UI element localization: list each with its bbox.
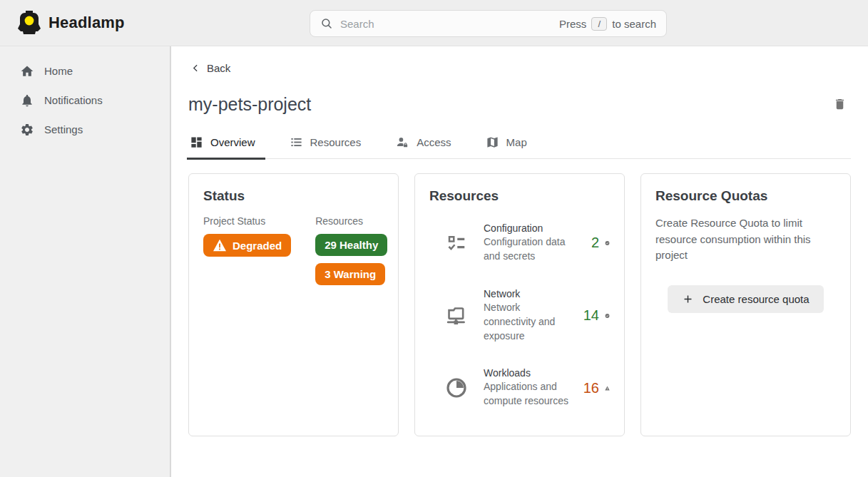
checklist-icon — [445, 232, 468, 254]
page-title: my-pets-project — [188, 94, 311, 115]
resource-description: Applications and compute resources — [484, 380, 571, 409]
check-circle-icon — [605, 235, 610, 251]
search-shortcut-hint: Press / to search — [559, 17, 656, 31]
project-status-column: Project Status Degraded — [203, 215, 291, 292]
resource-name: Workloads — [484, 367, 571, 379]
hint-press: Press — [559, 18, 586, 30]
quotas-card-title: Resource Quotas — [655, 188, 836, 204]
plus-icon — [682, 293, 694, 305]
dashboard-icon — [190, 135, 203, 149]
resource-quotas-card: Resource Quotas Create Resource Quota to… — [640, 173, 851, 436]
sidebar-item-home[interactable]: Home — [0, 56, 170, 86]
tab-resources[interactable]: Resources — [288, 133, 363, 158]
back-button[interactable]: Back — [188, 61, 233, 76]
topbar: Headlamp Press / to search — [0, 0, 868, 46]
tab-access[interactable]: Access — [394, 133, 452, 158]
tab-bar: Overview Resources — [188, 133, 851, 159]
resource-name: Network — [484, 288, 571, 299]
resources-card-title: Resources — [429, 188, 610, 204]
resources-card: Resources Configurati — [414, 173, 625, 436]
slash-key-hint: / — [591, 17, 607, 31]
status-card-title: Status — [203, 188, 384, 204]
sidebar-item-notifications[interactable]: Notifications — [0, 86, 170, 115]
sidebar-item-label: Notifications — [44, 94, 103, 106]
home-icon — [20, 64, 34, 78]
sidebar-item-label: Settings — [44, 123, 83, 135]
badge-text: Degraded — [233, 240, 282, 252]
person-lock-icon — [395, 135, 409, 149]
warning-triangle-icon — [605, 381, 610, 396]
hint-suffix: to search — [612, 18, 656, 30]
tab-label: Map — [506, 136, 527, 148]
status-card: Status Project Status Degraded — [188, 173, 399, 436]
quotas-description: Create Resource Quota to limit resource … — [655, 215, 836, 264]
sidebar-item-label: Home — [44, 65, 73, 77]
resource-description: Configuration data and secrets — [484, 235, 571, 264]
bell-icon — [20, 93, 34, 108]
create-resource-quota-button[interactable]: Create resource quota — [668, 285, 823, 313]
resource-name: Configuration — [484, 222, 571, 234]
brand-name: Headlamp — [48, 14, 125, 32]
chevron-left-icon — [191, 63, 200, 73]
search-icon — [320, 17, 333, 30]
search-input[interactable] — [340, 18, 559, 30]
tab-map[interactable]: Map — [484, 133, 529, 158]
resource-row-configuration: Configuration Configuration data and sec… — [429, 222, 610, 264]
tab-label: Access — [417, 136, 451, 148]
gear-icon — [20, 123, 34, 137]
tab-overview[interactable]: Overview — [188, 133, 257, 158]
resource-count: 2 — [581, 235, 599, 251]
resource-description: Network connectivity and exposure — [484, 301, 571, 344]
badge-text: 29 Healthy — [325, 239, 378, 251]
tab-label: Overview — [210, 136, 255, 148]
resources-status-label: Resources — [315, 215, 387, 227]
warning-triangle-icon — [213, 239, 227, 252]
button-label: Create resource quota — [703, 293, 809, 305]
list-icon — [290, 135, 303, 149]
network-folder-icon — [444, 304, 469, 327]
resource-count: 14 — [581, 307, 599, 324]
status-badge-healthy: 29 Healthy — [315, 234, 387, 256]
resource-row-network: Network Network connectivity and exposur… — [429, 288, 610, 344]
badge-text: 3 Warning — [325, 268, 376, 280]
project-status-label: Project Status — [203, 215, 291, 227]
trash-icon — [833, 97, 847, 111]
back-label: Back — [207, 62, 230, 74]
resource-count: 16 — [581, 380, 599, 396]
status-badge-degraded: Degraded — [203, 234, 291, 257]
status-badge-warning: 3 Warning — [315, 263, 385, 285]
sidebar: Home Notifications Settings — [0, 46, 171, 477]
delete-project-button[interactable] — [829, 93, 851, 116]
check-circle-icon — [605, 308, 610, 324]
tab-label: Resources — [310, 136, 362, 148]
headlamp-logo-icon — [17, 10, 41, 36]
resource-row-workloads: Workloads Applications and compute resou… — [429, 367, 610, 409]
pie-chart-icon — [445, 376, 468, 399]
search-bar[interactable]: Press / to search — [310, 10, 667, 37]
resources-status-column: Resources 29 Healthy 3 Warning — [315, 215, 387, 292]
main-content: Back my-pets-project Overview — [171, 46, 868, 477]
map-icon — [486, 135, 499, 149]
sidebar-item-settings[interactable]: Settings — [0, 115, 170, 144]
headlamp-logo[interactable]: Headlamp — [0, 10, 125, 36]
